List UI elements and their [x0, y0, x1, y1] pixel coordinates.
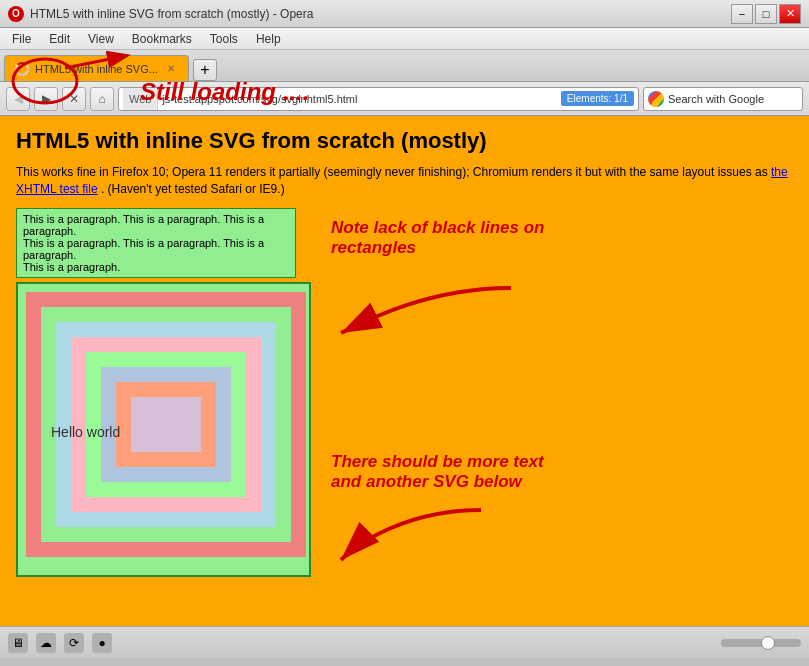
hello-world-text: Hello world	[51, 424, 120, 440]
tab-loading-icon	[15, 62, 29, 76]
title-bar: O HTML5 with inline SVG from scratch (mo…	[0, 0, 809, 28]
url-protocol: Web	[123, 88, 158, 110]
back-button[interactable]: ◀	[6, 87, 30, 111]
elements-badge: Elements: 1/1	[561, 91, 634, 106]
page-title: HTML5 with inline SVG from scratch (most…	[16, 128, 793, 154]
zoom-thumb[interactable]	[761, 636, 775, 650]
search-input[interactable]	[668, 93, 806, 105]
annotations-area: Note lack of black lines on rectangles T…	[331, 208, 793, 577]
paragraph-box: This is a paragraph. This is a paragraph…	[16, 208, 296, 278]
forward-button[interactable]: ▶	[34, 87, 58, 111]
tab-label: HTML5 with inline SVG...	[35, 63, 158, 75]
page-description: This works fine in Firefox 10; Opera 11 …	[16, 164, 793, 198]
reload-button[interactable]: ✕	[62, 87, 86, 111]
menu-help[interactable]: Help	[248, 30, 289, 48]
menu-bar: File Edit View Bookmarks Tools Help	[0, 28, 809, 50]
svg-area: This is a paragraph. This is a paragraph…	[16, 208, 311, 577]
tab-close-button[interactable]: ✕	[164, 62, 178, 76]
zoom-slider[interactable]	[721, 639, 801, 647]
main-content-row: This is a paragraph. This is a paragraph…	[16, 208, 793, 577]
status-icon-1[interactable]: 🖥	[8, 633, 28, 653]
browser-icon: O	[8, 6, 24, 22]
window-title: HTML5 with inline SVG from scratch (most…	[30, 7, 313, 21]
zoom-control[interactable]	[721, 639, 801, 647]
content-area: HTML5 with inline SVG from scratch (most…	[0, 116, 809, 626]
address-bar: ◀ ▶ ✕ ⌂ Web Elements: 1/1 🔍	[0, 82, 809, 116]
tab-0[interactable]: HTML5 with inline SVG... ✕	[4, 55, 189, 81]
status-bar: 🖥 ☁ ⟳ ●	[0, 626, 809, 658]
svg-rect-9	[131, 397, 201, 452]
title-bar-left: O HTML5 with inline SVG from scratch (mo…	[8, 6, 313, 22]
arrow-to-rects	[331, 268, 531, 348]
close-button[interactable]: ✕	[779, 4, 801, 24]
new-tab-button[interactable]: +	[193, 59, 217, 81]
status-icon-3[interactable]: ⟳	[64, 633, 84, 653]
status-icon-2[interactable]: ☁	[36, 633, 56, 653]
menu-edit[interactable]: Edit	[41, 30, 78, 48]
menu-tools[interactable]: Tools	[202, 30, 246, 48]
svg-container: Hello world	[16, 282, 311, 577]
menu-view[interactable]: View	[80, 30, 122, 48]
menu-file[interactable]: File	[4, 30, 39, 48]
status-icon-4[interactable]: ●	[92, 633, 112, 653]
tab-bar: HTML5 with inline SVG... ✕ +	[0, 50, 809, 82]
nested-rects-svg: Hello world	[26, 292, 306, 557]
menu-bookmarks[interactable]: Bookmarks	[124, 30, 200, 48]
home-button[interactable]: ⌂	[90, 87, 114, 111]
minimize-button[interactable]: −	[731, 4, 753, 24]
arrow-to-below	[331, 500, 531, 570]
url-bar[interactable]: Web Elements: 1/1	[118, 87, 639, 111]
note-lack-annotation: Note lack of black lines on rectangles	[331, 218, 571, 258]
browser-content: HTML5 with inline SVG from scratch (most…	[0, 116, 809, 626]
google-icon	[648, 91, 664, 107]
maximize-button[interactable]: □	[755, 4, 777, 24]
window-controls: − □ ✕	[731, 4, 801, 24]
more-text-annotation: There should be more text and another SV…	[331, 452, 571, 492]
search-bar[interactable]: 🔍	[643, 87, 803, 111]
url-input[interactable]	[162, 93, 556, 105]
